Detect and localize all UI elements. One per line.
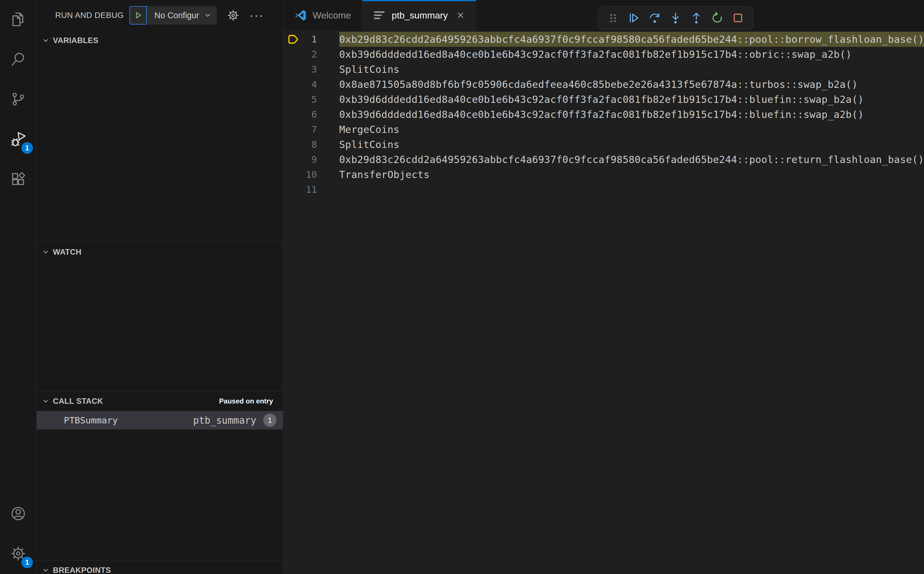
tab-label: ptb_summary [392,10,448,21]
step-out-icon [690,11,703,24]
activity-item-accounts[interactable] [0,494,36,534]
code-line[interactable]: 0xb39d6dddedd16ed8a40ce0b1e6b43c92acf0ff… [339,47,924,62]
code-row: 20xb39d6dddedd16ed8a40ce0b1e6b43c92acf0f… [283,47,924,62]
step-over-button[interactable] [646,9,664,27]
code-row: 50xb39d6dddedd16ed8a40ce0b1e6b43c92acf0f… [283,92,924,107]
gutter-spacer [286,93,300,106]
activity-item-run-and-debug[interactable]: 1 [0,120,36,159]
watch-section: WATCH [37,242,283,391]
call-stack-section-header[interactable]: CALL STACK Paused on entry [37,394,283,409]
stop-button[interactable] [729,9,747,27]
pause-status-label: Paused on entry [219,397,273,405]
stop-icon [732,11,744,24]
step-into-button[interactable] [667,9,685,27]
code-row: 10xb29d83c26cdd2a64959263abbcfc4a6937f0c… [283,32,924,47]
gutter-spacer [286,78,300,91]
open-launch-json-button[interactable] [227,9,239,22]
code-line[interactable]: SplitCoins [339,137,924,152]
gutter-spacer [286,153,300,166]
gutter-spacer [286,63,300,76]
code-row: 90xb29d83c26cdd2a64959263abbcfc4a6937f0c… [283,152,924,167]
code-lines: 10xb29d83c26cdd2a64959263abbcfc4a6937f0c… [283,31,924,197]
gutter-spacer [286,123,300,136]
line-number: 6 [300,107,317,122]
start-debugging-button[interactable] [129,6,147,25]
line-number: 9 [300,152,317,167]
grip-dots-icon [607,11,619,24]
gear-icon [227,9,239,22]
call-stack-section: CALL STACK Paused on entry PTBSummary pt… [37,391,283,560]
sidebar-sections: VARIABLES WATCH CALL STACK Paused on ent… [37,31,283,574]
code-line[interactable]: 0x8ae871505a80d8bf6bf9c05906cda6edfeea46… [339,77,924,92]
debug-badge: 1 [21,142,33,154]
gutter[interactable]: 2 [283,47,339,62]
code-row: 11 [283,182,924,197]
tab-welcome[interactable]: Welcome [283,0,362,31]
code-row: 10TransferObjects [283,167,924,182]
call-stack-session-row[interactable]: PTBSummary ptb_summary 1 [37,411,283,429]
continue-button[interactable] [625,9,643,27]
code-line[interactable] [339,182,924,197]
tab-label: Welcome [313,10,351,21]
continue-icon [628,11,640,24]
toolbar-drag-handle[interactable] [604,9,622,27]
close-tab-button[interactable] [456,11,465,20]
activity-item-explorer[interactable] [0,0,36,40]
gutter[interactable]: 7 [283,122,339,137]
explorer-icon [10,11,27,29]
debug-toolbar [598,6,753,30]
views-more-actions-button[interactable]: ··· [249,9,264,22]
watch-section-header[interactable]: WATCH [37,244,283,260]
code-line[interactable]: TransferObjects [339,167,924,182]
gutter[interactable]: 9 [283,152,339,167]
code-row: 40x8ae871505a80d8bf6bf9c05906cda6edfeea4… [283,77,924,92]
gutter[interactable]: 5 [283,92,339,107]
gutter[interactable]: 11 [283,182,339,197]
editor-group: Welcome ptb_summary [283,0,924,574]
breakpoints-section-header[interactable]: BREAKPOINTS [37,563,283,574]
activity-item-extensions[interactable] [0,159,36,199]
activity-item-source-control[interactable] [0,80,36,120]
gutter[interactable]: 1 [283,32,339,47]
code-row: 60xb39d6dddedd16ed8a40ce0b1e6b43c92acf0f… [283,107,924,122]
activity-item-settings[interactable]: 1 [0,534,36,574]
breakpoints-section: BREAKPOINTS [37,560,283,574]
thread-name: ptb_summary [193,415,256,426]
list-file-icon [373,9,386,22]
variables-section: VARIABLES [37,31,283,242]
chevron-down-icon [204,11,212,19]
gutter[interactable]: 8 [283,137,339,152]
tab-ptb-summary[interactable]: ptb_summary [362,0,476,31]
watch-section-title: WATCH [53,248,82,257]
variables-section-header[interactable]: VARIABLES [37,33,283,48]
gutter-spacer [286,138,300,151]
restart-button[interactable] [708,9,726,27]
gutter-spacer [286,48,300,61]
code-line[interactable]: 0xb39d6dddedd16ed8a40ce0b1e6b43c92acf0ff… [339,107,924,122]
code-line[interactable]: MergeCoins [339,122,924,137]
vscode-logo-icon [294,9,307,22]
gutter[interactable]: 6 [283,107,339,122]
sidebar-title: RUN AND DEBUG [55,11,124,20]
line-number: 7 [300,122,317,137]
code-line[interactable]: 0xb29d83c26cdd2a64959263abbcfc4a6937f0c9… [339,32,924,47]
configuration-dropdown[interactable]: No Configur [147,6,217,25]
code-editor[interactable]: 10xb29d83c26cdd2a64959263abbcfc4a6937f0c… [283,31,924,574]
current-line-arrow-icon [286,33,300,46]
vscode-window: 1 1 RUN AND DEBUG [0,0,924,574]
activity-bar: 1 1 [0,0,37,574]
activity-item-search[interactable] [0,40,36,80]
ellipsis-icon: ··· [249,9,264,22]
settings-badge: 1 [21,557,33,568]
chevron-down-icon [42,566,49,574]
gutter[interactable]: 3 [283,62,339,77]
code-line[interactable]: 0xb29d83c26cdd2a64959263abbcfc4a6937f0c9… [339,152,924,167]
code-line[interactable]: 0xb39d6dddedd16ed8a40ce0b1e6b43c92acf0ff… [339,92,924,107]
gutter[interactable]: 10 [283,167,339,182]
code-line[interactable]: SplitCoins [339,62,924,77]
step-out-button[interactable] [687,9,705,27]
line-number: 10 [300,167,317,182]
chevron-down-icon [42,37,49,44]
gutter[interactable]: 4 [283,77,339,92]
session-name: PTBSummary [64,415,118,426]
